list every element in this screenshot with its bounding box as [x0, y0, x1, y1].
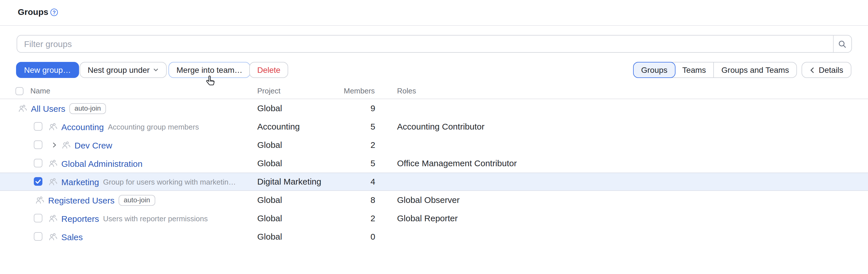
- nest-group-under-button[interactable]: Nest group under: [80, 62, 167, 78]
- table-row[interactable]: Sales Global 0: [0, 227, 868, 246]
- table-header: Name Project Members Roles: [0, 84, 868, 99]
- group-name-cell: Registered Users auto-join: [35, 191, 155, 209]
- cell-project: Global: [257, 136, 282, 154]
- group-name-cell: Sales: [48, 227, 83, 246]
- view-switcher: Groups Teams Groups and Teams: [633, 62, 797, 78]
- view-tab-groups-and-teams[interactable]: Groups and Teams: [713, 62, 796, 78]
- group-name-link[interactable]: Accounting: [61, 122, 104, 131]
- cell-members: 8: [344, 191, 375, 209]
- groups-admin-page: Groups ? New group… Nest group under Mer…: [0, 0, 868, 274]
- view-tab-teams-label: Teams: [682, 62, 706, 78]
- delete-button[interactable]: Delete: [249, 62, 288, 78]
- row-checkbox[interactable]: [34, 177, 42, 186]
- cell-members: 5: [344, 118, 375, 136]
- group-name-link[interactable]: Registered Users: [48, 195, 115, 205]
- group-name-cell: Marketing Group for users working with m…: [48, 173, 235, 191]
- cell-project: Global: [257, 99, 282, 118]
- group-icon: [61, 141, 70, 150]
- table-row[interactable]: Reporters Users with reporter permission…: [0, 209, 868, 227]
- column-header-roles: Roles: [397, 84, 416, 99]
- help-glyph: ?: [53, 9, 56, 15]
- table-row[interactable]: Marketing Group for users working with m…: [0, 173, 868, 191]
- row-checkbox[interactable]: [34, 232, 42, 241]
- view-tab-groups-label: Groups: [641, 62, 668, 78]
- select-all-checkbox[interactable]: [16, 87, 24, 95]
- cell-project: Global: [257, 154, 282, 173]
- cell-project: Accounting: [257, 118, 300, 136]
- group-description: Accounting group members: [108, 122, 199, 131]
- group-name-link[interactable]: Marketing: [61, 177, 99, 187]
- table-row[interactable]: Dev Crew Global 2: [0, 136, 868, 154]
- search-icon: [838, 39, 847, 49]
- row-checkbox[interactable]: [34, 122, 42, 131]
- cell-project: Global: [257, 209, 282, 227]
- chevron-left-icon: [810, 67, 815, 73]
- column-header-project: Project: [257, 84, 280, 99]
- row-checkbox[interactable]: [34, 141, 42, 149]
- cell-project: Global: [257, 191, 282, 209]
- chevron-down-icon: [153, 67, 159, 73]
- cell-members: 2: [344, 136, 375, 154]
- groups-table-body: All Users auto-join Global 9: [0, 99, 868, 246]
- group-name-link[interactable]: Reporters: [61, 214, 99, 223]
- group-name-link[interactable]: Sales: [61, 232, 83, 242]
- group-name-cell: Accounting Accounting group members: [48, 118, 199, 136]
- header-divider: [0, 25, 868, 26]
- group-name-cell: All Users auto-join: [18, 99, 106, 118]
- group-icon: [48, 177, 57, 186]
- expand-chevron-icon[interactable]: [52, 142, 57, 148]
- checkmark-icon: [34, 178, 42, 185]
- group-icon: [48, 122, 57, 131]
- cell-roles: Accounting Contributor: [397, 118, 485, 136]
- group-icon: [35, 195, 44, 205]
- search-button[interactable]: [833, 35, 851, 52]
- column-header-name: Name: [30, 84, 50, 99]
- group-icon: [48, 159, 57, 168]
- group-name-cell: Global Administration: [48, 154, 143, 173]
- auto-join-badge: auto-join: [119, 194, 155, 206]
- help-icon[interactable]: ?: [51, 9, 58, 16]
- cell-members: 4: [344, 173, 375, 191]
- view-tab-groups-and-teams-label: Groups and Teams: [721, 62, 789, 78]
- filter-groups-input[interactable]: [17, 35, 833, 52]
- row-checkbox[interactable]: [34, 214, 42, 222]
- group-icon: [48, 214, 57, 223]
- merge-into-team-button[interactable]: Merge into team…: [168, 62, 250, 78]
- table-row[interactable]: Accounting Accounting group members Acco…: [0, 118, 868, 136]
- delete-label: Delete: [257, 65, 280, 74]
- view-tab-groups[interactable]: Groups: [633, 62, 676, 78]
- view-tab-teams[interactable]: Teams: [675, 62, 713, 78]
- details-button[interactable]: Details: [802, 62, 851, 78]
- row-checkbox[interactable]: [34, 159, 42, 168]
- cell-members: 2: [344, 209, 375, 227]
- group-icon: [18, 104, 27, 113]
- cell-project: Digital Marketing: [257, 173, 321, 191]
- group-description: Group for users working with marketin…: [103, 177, 235, 186]
- table-row[interactable]: Global Administration Global 5 Office Ma…: [0, 154, 868, 173]
- merge-into-team-label: Merge into team…: [177, 65, 242, 74]
- group-name-link[interactable]: Dev Crew: [74, 140, 112, 150]
- cell-members: 5: [344, 154, 375, 173]
- group-name-link[interactable]: All Users: [31, 103, 65, 113]
- group-icon: [48, 232, 57, 241]
- cell-project: Global: [257, 227, 282, 246]
- auto-join-badge: auto-join: [69, 103, 106, 114]
- cell-roles: Office Management Contributor: [397, 154, 517, 173]
- filter-groups-field: [17, 35, 852, 53]
- column-header-members: Members: [344, 84, 375, 99]
- new-group-label: New group…: [24, 65, 71, 74]
- cell-members: 0: [344, 227, 375, 246]
- table-row[interactable]: Registered Users auto-join Global 8 Glob…: [0, 191, 868, 209]
- group-name-link[interactable]: Global Administration: [61, 158, 143, 168]
- nest-group-under-label: Nest group under: [88, 65, 150, 74]
- group-description: Users with reporter permissions: [103, 214, 208, 223]
- new-group-button[interactable]: New group…: [16, 62, 79, 78]
- cell-roles: Global Observer: [397, 191, 460, 209]
- page-title: Groups: [18, 7, 49, 17]
- cell-roles: Global Reporter: [397, 209, 458, 227]
- cell-members: 9: [344, 99, 375, 118]
- table-row[interactable]: All Users auto-join Global 9: [0, 99, 868, 118]
- group-name-cell: Reporters Users with reporter permission…: [48, 209, 208, 227]
- details-label: Details: [819, 65, 843, 74]
- group-name-cell: Dev Crew: [52, 136, 112, 154]
